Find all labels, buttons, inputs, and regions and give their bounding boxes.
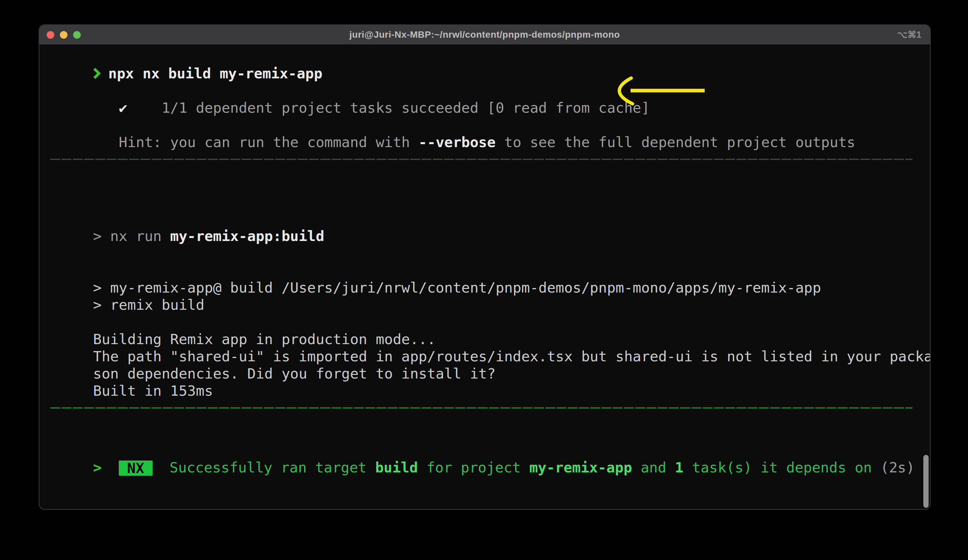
close-button[interactable] [46,31,54,39]
success-bold-count: 1 [675,459,683,476]
terminal-line-hint: Hint: you can run the command with --ver… [42,116,927,134]
terminal-line-success: > NX Successfully ran target build for p… [42,442,927,459]
success-text-2: for project [418,459,529,476]
terminal-line-command: npx nx build my-remix-app [42,48,927,65]
terminal-line-task-succeeded: ✔ 1/1 dependent project tasks succeeded … [42,82,927,99]
prompt-chevron-icon [93,65,108,82]
traffic-lights [46,25,81,44]
building-text: Building Remix app in production mode... [93,331,436,347]
warning-text-1: The path "shared-ui" is imported in app/… [93,348,931,365]
separator-row [42,159,927,176]
yellow-arrow-annotation [603,73,712,106]
task-succeeded-text: 1/1 dependent project tasks succeeded [0… [161,99,650,116]
minimize-button[interactable] [60,31,68,39]
dashed-separator-green [50,407,912,409]
command-text: npx nx build my-remix-app [108,65,322,82]
tab-shortcut-indicator: ⌥⌘1 [897,25,922,44]
terminal-line-package-script: > my-remix-app@ build /Users/juri/nrwl/c… [42,262,927,279]
package-script-text: > my-remix-app@ build /Users/juri/nrwl/c… [93,279,821,296]
check-icon: ✔ [93,99,161,116]
success-text-4: task(s) it depends on [683,459,880,476]
success-text-1: Successfully ran target [152,459,375,476]
built-time-text: Built in 153ms [93,382,213,399]
blank-line [42,193,927,210]
terminal-line-building: Building Remix app in production mode... [42,313,927,330]
success-duration: (2s) [880,459,915,476]
blank-line [42,476,927,493]
success-text-3: and [632,459,675,476]
maximize-button[interactable] [73,31,81,39]
titlebar[interactable]: juri@Juri-Nx-MBP:~/nrwl/content/pnpm-dem… [39,25,930,45]
window-title: juri@Juri-Nx-MBP:~/nrwl/content/pnpm-dem… [349,30,620,40]
remix-build-text: > remix build [93,297,204,313]
nx-run-prefix: > nx run [93,228,170,244]
terminal-window: juri@Juri-Nx-MBP:~/nrwl/content/pnpm-dem… [39,25,931,510]
success-bold-project: my-remix-app [529,459,632,476]
hint-text-pre: Hint: you can run the command with [93,134,418,150]
blank-line [42,425,927,442]
terminal-line-nx-run: > nx run my-remix-app:build [42,210,927,228]
hint-verbose-flag: --verbose [418,134,496,150]
warning-text-2: son dependencies. Did you forget to inst… [93,365,496,382]
scrollbar-thumb[interactable] [923,455,929,508]
success-prompt: > [93,459,119,476]
success-bold-build: build [375,459,418,476]
terminal-content[interactable]: npx nx build my-remix-app ✔ 1/1 dependen… [39,45,930,510]
nx-badge: NX [119,461,152,476]
hint-text-post: to see the full dependent project output… [496,134,855,150]
dashed-separator [50,159,912,160]
terminal-line-prompt-path: ~/nrwl/content/pnpm-demos/pnpm-mono main… [42,493,927,510]
nx-run-target: my-remix-app:build [170,228,324,244]
separator-row [42,407,927,425]
blank-line [42,244,927,262]
blank-line [42,176,927,193]
